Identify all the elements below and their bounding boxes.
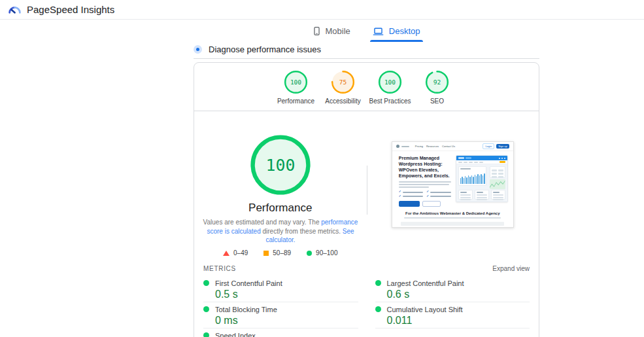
score-gauge: 100	[378, 70, 402, 94]
metric-largest-contentful-paint: Largest Contentful Paint 0.6 s	[375, 276, 530, 302]
metric-status-dot	[375, 306, 381, 312]
list-line	[493, 199, 503, 200]
stat-chip	[498, 173, 503, 175]
chart-bar	[465, 176, 466, 184]
thumb-nav-link-pricing: Pricing	[415, 145, 423, 148]
score-legend: 0–49 50–89 90–100	[194, 250, 367, 257]
check-icon: ✓	[399, 195, 401, 198]
metric-status-dot	[203, 306, 209, 312]
metrics-header: METRICS Expand view	[203, 263, 530, 275]
toolbar-item-bar	[474, 162, 478, 163]
thumb-signup-button: Sign up	[496, 144, 509, 149]
list-line	[460, 197, 471, 198]
brand-home-link[interactable]: PageSpeed Insights	[8, 4, 114, 15]
thumb-list-cards	[458, 190, 505, 200]
phone-icon	[313, 26, 320, 36]
dashboard-tab	[466, 157, 471, 159]
metric-total-blocking-time: Total Blocking Time 0 ms	[203, 302, 358, 328]
thumb-bar-chart	[460, 171, 485, 184]
category-score-seo[interactable]: 92 SEO	[416, 70, 459, 105]
report-card: 100 Performance 75 Accessibility 100 Bes…	[194, 62, 539, 337]
svg-text:100: 100	[384, 79, 396, 86]
stat-chip	[498, 176, 503, 178]
chart-bar	[462, 177, 462, 184]
thumb-feature-checklist: ✓ ✓ ✓ ✓	[399, 190, 451, 198]
app-title: PageSpeed Insights	[27, 4, 114, 15]
thumb-check-item: ✓	[426, 195, 451, 198]
legend-range-50-89: 50–89	[263, 250, 291, 257]
dashboard-dot	[504, 158, 505, 159]
thumb-hero-copy: Premium Managed Wordpress Hosting: WPOve…	[399, 155, 451, 206]
device-tabs: Mobile Desktop	[194, 23, 539, 42]
thumb-check-item: ✓	[399, 195, 424, 198]
thumb-primary-cta	[399, 201, 420, 207]
list-line	[477, 197, 487, 198]
metrics-section: METRICS Expand view First Contentful Pai…	[194, 263, 539, 337]
chart-bar	[468, 175, 469, 183]
diagnose-label: Diagnose performance issues	[209, 44, 321, 54]
thumb-hero-section: Premium Managed Wordpress Hosting: WPOve…	[392, 151, 513, 206]
triangle-marker-icon	[223, 251, 229, 256]
category-score-best-practices[interactable]: 100 Best Practices	[369, 70, 412, 105]
chart-bar	[481, 174, 481, 184]
thumb-secondary-cta	[422, 201, 441, 207]
stat-chip	[492, 173, 497, 175]
metric-label: Total Blocking Time	[215, 306, 277, 313]
svg-text:75: 75	[339, 79, 347, 86]
legend-range-label: 0–49	[233, 249, 248, 257]
thumb-dashboard-preview	[456, 155, 508, 202]
check-text-bar	[430, 196, 451, 197]
thumb-footer-heading: For the Ambitious Webmaster & Dedicated …	[392, 211, 513, 215]
page-screenshot-thumbnail[interactable]: PricingResourcesContact Us Login Sign up…	[392, 141, 514, 228]
list-header-bar	[493, 192, 500, 193]
tab-desktop[interactable]: Desktop	[370, 23, 423, 42]
area-sparkline	[490, 179, 505, 189]
thumb-area-chart	[490, 179, 505, 189]
thumb-site-navbar: PricingResourcesContact Us Login Sign up	[392, 142, 513, 151]
toolbar-item-bar	[464, 162, 467, 163]
thumb-cta-buttons	[399, 201, 451, 207]
chart-bar	[469, 177, 470, 183]
thumb-nav-link-resources: Resources	[426, 145, 439, 148]
chart-bar	[471, 175, 472, 184]
chart-bar	[476, 176, 477, 184]
thumb-login-button: Login	[483, 143, 494, 149]
list-line	[460, 194, 471, 196]
metric-label: Speed Index	[215, 332, 256, 337]
toolbar-item-bar	[458, 162, 462, 163]
performance-gauge: 100	[194, 133, 367, 199]
expand-view-button[interactable]: Expand view	[492, 265, 530, 272]
check-icon: ✓	[399, 190, 401, 194]
score-disclaimer: Values are estimated and may vary. The p…	[194, 218, 367, 245]
tab-mobile[interactable]: Mobile	[311, 23, 353, 42]
disclaimer-text-2: directly from these metrics.	[261, 228, 343, 235]
chart-bar	[479, 175, 480, 183]
svg-text:92: 92	[433, 79, 441, 86]
thumb-dashboard-window	[456, 155, 508, 202]
list-line	[460, 199, 471, 200]
thumb-check-item: ✓	[399, 190, 424, 194]
metric-head: Largest Contentful Paint	[375, 279, 530, 287]
radar-dot-icon	[194, 45, 202, 54]
stat-row	[492, 176, 503, 178]
category-score-label: Accessibility	[325, 98, 360, 105]
performance-title: Performance	[194, 202, 367, 215]
category-score-accessibility[interactable]: 75 Accessibility	[322, 70, 365, 105]
metrics-column-right: Largest Contentful Paint 0.6 s Cumulativ…	[375, 276, 530, 337]
thumb-headline: Premium Managed Wordpress Hosting: WPOve…	[399, 155, 451, 179]
list-card	[491, 190, 505, 200]
score-gauge: 75	[331, 70, 355, 94]
metrics-grid: First Contentful Paint 0.5 s Total Block…	[203, 276, 530, 337]
thumb-bar-chart-card	[458, 166, 487, 186]
metric-head: Total Blocking Time	[203, 306, 358, 313]
laptop-icon	[373, 27, 384, 36]
metrics-column-left: First Contentful Paint 0.5 s Total Block…	[203, 276, 358, 337]
check-text-bar	[430, 192, 451, 193]
thumb-footer-subtext-bar	[404, 217, 501, 219]
metric-value: 0.5 s	[215, 289, 358, 300]
chart-title-bar	[460, 168, 471, 169]
category-score-performance[interactable]: 100 Performance	[275, 70, 318, 105]
pagespeed-logo-icon	[8, 5, 22, 14]
circle-marker-icon	[307, 251, 312, 256]
vertical-divider	[367, 166, 367, 215]
